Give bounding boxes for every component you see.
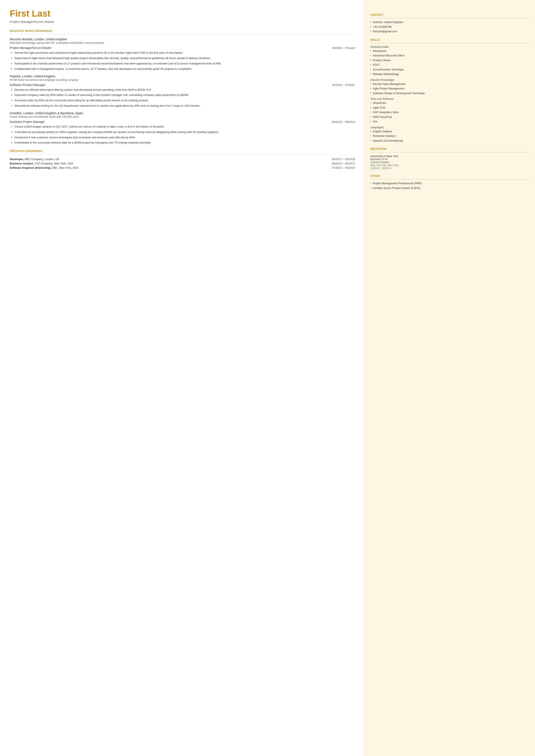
relevant-work-section-title: RELEVANT WORK EXPERIENCE: [10, 30, 355, 33]
job-row-2: Software Product Manager 10/2019 – 07/20…: [10, 83, 355, 87]
bullet-item: Owned the Agile processes and championed…: [14, 51, 355, 55]
other-divider: [370, 179, 530, 180]
contact-divider: [370, 18, 530, 18]
contact-phone: +44 123456789: [370, 25, 530, 29]
job-title-3: Assistant Project Manager: [10, 120, 45, 124]
prev-exp-rest-2: XYZ Company, New York, USA: [34, 162, 73, 165]
prev-exp-left-3: Software Engineer (Internship), ABC, New…: [10, 166, 332, 169]
job-title-2: Software Product Manager: [10, 83, 46, 87]
full-name: First Last: [10, 9, 355, 18]
job-bullets-3: Closed a $1M budget variance in Q4, 2017…: [10, 125, 355, 145]
prev-exp-rest-1: ABC Company, London, UK: [24, 157, 59, 161]
tools-list: SharePoint Agile PLM SAP Integration Sui…: [370, 101, 530, 124]
job-bullets-2: Devised an efficient information filteri…: [10, 88, 355, 108]
prev-exp-row-2: Business Analyst, XYZ Company, New York,…: [10, 162, 355, 165]
industry-item: Agile Project Management: [370, 87, 530, 91]
languages-label: Languages:: [370, 126, 530, 129]
skill-item: Product Owner: [370, 59, 530, 63]
job-row-1: Project Manager/Scrum Master 08/2021 – P…: [10, 46, 355, 49]
prev-exp-row-3: Software Engineer (Internship), ABC, New…: [10, 166, 355, 169]
contact-title: CONTACT: [370, 14, 530, 16]
job-bullets-1: Owned the Agile processes and championed…: [10, 51, 355, 71]
edu-school: University of New York: [370, 154, 530, 158]
bullet-item: Controlled all purchasing activity for o…: [14, 130, 355, 134]
contact-list: Durham, United Kingdom +44 123456789 fir…: [370, 20, 530, 34]
tool-item: SAP Integration Suite: [370, 111, 530, 114]
company-name-3: Growthsi, London, United Kingdom & Barce…: [10, 111, 83, 115]
language-item: Romanian (Native): [370, 134, 530, 138]
job-entry-1: Resume Worded, London, United Kingdom Ed…: [10, 38, 355, 71]
tool-item: Agile PLM: [370, 106, 530, 110]
job-entry-3: Growthsi, London, United Kingdom & Barce…: [10, 111, 355, 145]
technical-label: Technical Skills:: [370, 45, 530, 48]
job-title: Project Manager/Scrum Master: [10, 20, 355, 23]
industry-label: Industry Knowledge:: [370, 78, 530, 81]
bullet-item: Increased sales by 50% via the successfu…: [14, 98, 355, 102]
edu-degree: Bachelor of Art: [370, 158, 530, 161]
prev-exp-row-1: Developer, ABC Company, London, UK 06/20…: [10, 157, 355, 161]
tool-item: SharePoint: [370, 101, 530, 105]
industry-item: Earned Value Management: [370, 82, 530, 86]
company-header-1: Resume Worded, London, United Kingdom: [10, 38, 355, 41]
prev-exp-bold-3: Software Engineer (Internship),: [10, 166, 51, 169]
bullet-item: Contributed to the successful delivery d…: [14, 141, 355, 145]
relevant-work-divider: [10, 34, 355, 35]
job-title-1: Project Manager/Scrum Master: [10, 46, 51, 49]
edu-location: New York City, New York: [370, 164, 530, 167]
previous-exp-divider: [10, 154, 355, 154]
contact-email: first.last@gmail.com: [370, 30, 530, 34]
prev-exp-left-1: Developer, ABC Company, London, UK: [10, 157, 332, 161]
bullet-item: Introduced 8 new customer service techni…: [14, 136, 355, 140]
bullet-item: Improved company sales by 60% within 11 …: [14, 93, 355, 97]
company-name-1: Resume Worded, London, United Kingdom: [10, 38, 67, 41]
job-dates-2: 10/2019 – 07/2021: [332, 83, 355, 87]
education-entry-1: University of New York Bachelor of Art C…: [370, 154, 530, 170]
other-title: OTHER: [370, 175, 530, 178]
prev-exp-dates-2: 06/2016 – 05/2017: [332, 162, 355, 165]
bullet-item: Collaborated with 3 management teams, 11…: [14, 67, 355, 71]
main-content: First Last Project Manager/Scrum Master …: [0, 0, 364, 756]
bullet-item: Devised an efficient information filteri…: [14, 88, 355, 92]
contact-location: Durham, United Kingdom: [370, 20, 530, 24]
language-item: Spanish (Conversational): [370, 139, 530, 143]
bullet-item: Supervised 8 Agile teams that delivered …: [14, 56, 355, 60]
tool-item: AWS CloudTrail: [370, 115, 530, 119]
bullet-item: Closed a $1M budget variance in Q4, 2017…: [14, 125, 355, 129]
skill-item: Scrum/Kanban Technique: [370, 68, 530, 72]
skill-item: Release Methodology: [370, 72, 530, 76]
other-item: Certified Scrum Product Owner (CSPO).: [370, 186, 530, 190]
tools-label: Tools and Software:: [370, 98, 530, 100]
job-dates-1: 08/2021 – Present: [332, 46, 355, 49]
previous-exp-section-title: PREVIOUS EXPERIENCE: [10, 150, 355, 153]
skills-title: SKILLS: [370, 38, 530, 42]
industry-list: Earned Value Management Agile Project Ma…: [370, 82, 530, 96]
edu-field: Cultural Studies: [370, 161, 530, 164]
technical-list: Workbench Advanced Microsoft Office Prod…: [370, 49, 530, 76]
skill-item: SDLC: [370, 63, 530, 67]
other-item: Project Management Professional (PMP).: [370, 182, 530, 185]
education-divider: [370, 152, 530, 153]
bullet-item: Participated in the maturity assessment …: [14, 62, 355, 66]
company-header-3: Growthsi, London, United Kingdom & Barce…: [10, 111, 355, 115]
job-row-3: Assistant Project Manager 06/2018 – 09/2…: [10, 120, 355, 124]
company-name-2: Polyhire, London, United Kingdom: [10, 74, 55, 78]
other-list: Project Management Professional (PMP). C…: [370, 182, 530, 190]
prev-exp-rest-3: ABC, New York, USA: [51, 166, 78, 169]
prev-exp-dates-1: 06/2017 – 05/2018: [332, 157, 355, 161]
language-item: English (Native): [370, 130, 530, 134]
previous-exp-list: Developer, ABC Company, London, UK 06/20…: [10, 157, 355, 169]
edu-dates: 10/2011 - 06/2014: [370, 167, 530, 170]
skill-item: Advanced Microsoft Office: [370, 54, 530, 58]
prev-exp-bold-1: Developer,: [10, 157, 24, 161]
company-header-2: Polyhire, London, United Kingdom: [10, 74, 355, 78]
prev-exp-bold-2: Business Analyst,: [10, 162, 34, 165]
bullet-item: Streamlined software testing for the QA …: [14, 104, 355, 108]
skill-item: Workbench: [370, 49, 530, 53]
languages-list: English (Native) Romanian (Native) Spani…: [370, 130, 530, 143]
company-desc-3: Career training and membership SaaS with…: [10, 115, 355, 118]
prev-exp-left-2: Business Analyst, XYZ Company, New York,…: [10, 162, 332, 165]
job-dates-3: 06/2018 – 09/2019: [332, 120, 355, 124]
industry-item: Software Design & Development Technique: [370, 92, 530, 96]
tool-item: Jira: [370, 120, 530, 124]
company-desc-2: NYSE-listed recruitment and employer bra…: [10, 78, 355, 81]
